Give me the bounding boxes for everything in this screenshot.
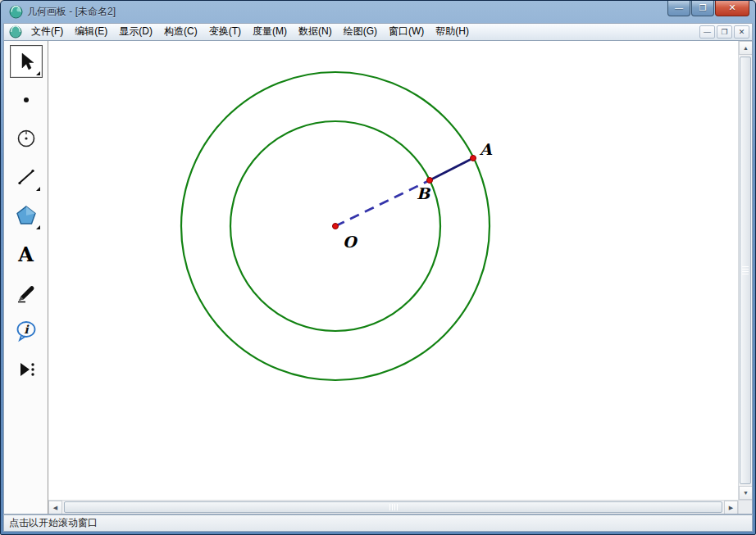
scroll-up-button[interactable]: ▲ [739, 41, 753, 55]
flyout-triangle-icon [36, 225, 40, 229]
label-A[interactable]: A [479, 140, 493, 158]
app-icon [9, 5, 23, 19]
scroll-left-button[interactable]: ◀ [48, 501, 62, 515]
polygon-icon [15, 204, 38, 227]
info-bubble-icon: i [15, 320, 38, 342]
menu-file[interactable]: 文件(F) [25, 23, 69, 41]
horizontal-scroll-track[interactable] [62, 501, 724, 514]
menu-data[interactable]: 数据(N) [293, 23, 338, 41]
horizontal-scroll-thumb[interactable] [64, 501, 722, 513]
point-B[interactable] [427, 178, 433, 184]
marker-pen-icon [16, 282, 37, 303]
menu-help[interactable]: 帮助(H) [430, 23, 475, 41]
window-title: 几何画板 - [未命名2] [27, 5, 667, 19]
child-minimize-button[interactable]: — [699, 25, 715, 39]
menu-window[interactable]: 窗口(W) [383, 23, 430, 41]
geometry-drawing: OBA [48, 41, 738, 499]
flyout-triangle-icon [36, 187, 40, 191]
text-tool-glyph: A [18, 243, 34, 266]
custom-tool-icon [16, 359, 37, 380]
custom-tool[interactable] [10, 353, 43, 386]
svg-text:i: i [24, 323, 30, 336]
minimize-button[interactable]: — [667, 1, 690, 16]
restore-button[interactable]: ❐ [691, 1, 714, 16]
menu-edit[interactable]: 编辑(E) [69, 23, 113, 41]
point-O[interactable] [333, 224, 339, 229]
selection-arrow-tool[interactable] [10, 45, 43, 78]
point-A[interactable] [471, 156, 476, 161]
status-text: 点击以开始滚动窗口 [9, 516, 98, 530]
marker-tool[interactable] [10, 276, 43, 309]
child-restore-button[interactable]: ❐ [717, 25, 732, 39]
polygon-tool[interactable] [10, 199, 43, 232]
close-button[interactable]: ✕ [715, 1, 749, 16]
window-controls: — ❐ ✕ [667, 1, 749, 23]
point-icon [16, 90, 36, 110]
menu-graph[interactable]: 绘图(G) [338, 23, 383, 41]
segment-OB[interactable] [335, 180, 430, 226]
scroll-grip-icon [742, 266, 749, 274]
arrow-cursor-icon [16, 52, 36, 71]
flyout-triangle-icon [36, 71, 40, 75]
text-tool[interactable]: A [10, 238, 43, 270]
vertical-scroll-thumb[interactable] [740, 57, 751, 484]
status-bar: 点击以开始滚动窗口 [3, 515, 753, 532]
tool-palette: A i [4, 41, 48, 514]
child-close-button[interactable]: ✕ [734, 25, 749, 39]
scrollbar-corner [738, 501, 752, 515]
menu-transform[interactable]: 变换(T) [203, 23, 247, 41]
straightedge-tool[interactable] [10, 161, 43, 193]
horizontal-scrollbar[interactable]: ◀ ▶ [48, 501, 738, 514]
main-area: A i [3, 41, 753, 515]
compass-circle-tool[interactable] [10, 122, 43, 155]
information-tool[interactable]: i [10, 315, 43, 347]
canvas-column: OBA ▲ ▼ ◀ [48, 41, 752, 514]
document-icon[interactable] [9, 25, 22, 39]
line-icon [16, 166, 37, 188]
app-window: 几何画板 - [未命名2] — ❐ ✕ 文件(F) 编辑(E) 显示(D) 构造… [0, 0, 756, 535]
menu-bar: 文件(F) 编辑(E) 显示(D) 构造(C) 变换(T) 度量(M) 数据(N… [3, 23, 753, 41]
scroll-grip-icon [389, 504, 398, 510]
vertical-scroll-track[interactable] [739, 55, 752, 486]
point-tool[interactable] [10, 84, 43, 116]
menu-construct[interactable]: 构造(C) [158, 23, 203, 41]
vertical-scrollbar[interactable]: ▲ ▼ [738, 41, 752, 500]
title-bar: 几何画板 - [未命名2] — ❐ ✕ [3, 1, 753, 23]
sketch-canvas[interactable]: OBA [48, 41, 738, 500]
scroll-right-button[interactable]: ▶ [724, 501, 738, 515]
segment-BA[interactable] [430, 158, 473, 180]
menu-display[interactable]: 显示(D) [113, 23, 158, 41]
scroll-down-button[interactable]: ▼ [739, 486, 753, 500]
compass-icon [16, 128, 37, 149]
menu-measure[interactable]: 度量(M) [247, 23, 293, 41]
label-B[interactable]: B [417, 184, 431, 202]
label-O[interactable]: O [343, 233, 358, 251]
